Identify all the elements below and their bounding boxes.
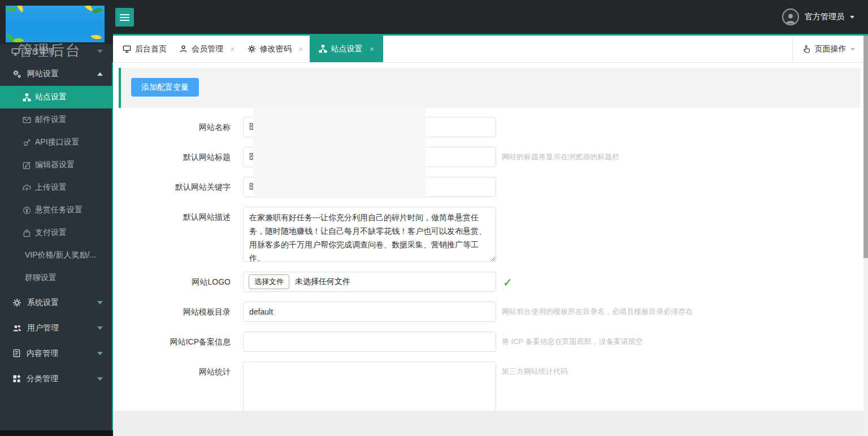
- sidebar-header-label: 后台管理: [24, 46, 54, 56]
- sidebar-item-label: 编辑器设置: [35, 160, 75, 170]
- sidebar-group-user-management[interactable]: 用户管理: [0, 315, 113, 341]
- stats-textarea[interactable]: [243, 361, 496, 416]
- no-file-text: 未选择任何文件: [295, 277, 350, 287]
- gears-icon: [12, 69, 21, 79]
- hamburger-menu-button[interactable]: [115, 8, 134, 27]
- chevron-down-icon: [97, 377, 103, 381]
- site-description-textarea[interactable]: [243, 207, 496, 262]
- sitemap-icon: [319, 45, 327, 53]
- sidebar-item-label: 上传设置: [35, 182, 67, 193]
- plug-icon: [23, 138, 31, 147]
- choose-file-button[interactable]: 选择文件: [249, 274, 289, 289]
- tab-label: 会员管理: [192, 44, 223, 54]
- sidebar-item-label: 邮件设置: [35, 115, 67, 125]
- sidebar-group-label: 系统设置: [27, 298, 59, 308]
- chevron-down-icon: [850, 48, 855, 51]
- avatar: [782, 8, 799, 25]
- chevron-up-icon: [97, 72, 103, 76]
- scrollbar-thumb[interactable]: [863, 36, 868, 258]
- redaction-overlay: [253, 104, 426, 199]
- gear-icon: [248, 45, 256, 53]
- field-label: 网站名称: [113, 117, 231, 137]
- chevron-down-icon: [850, 16, 854, 19]
- logo-file-input[interactable]: 选择文件 未选择任何文件: [243, 272, 496, 292]
- wallet-icon: [23, 229, 31, 237]
- sidebar-item-label: VIP价格/新人奖励/...: [25, 250, 96, 260]
- users-icon: [12, 324, 21, 333]
- topbar: 官方管理员: [113, 0, 868, 34]
- close-icon[interactable]: ×: [370, 44, 375, 54]
- sidebar-group-label: 用户管理: [27, 323, 59, 333]
- sidebar-item-label: 支付设置: [35, 228, 67, 238]
- yen-circle-icon: [23, 206, 31, 215]
- scrollbar[interactable]: [863, 36, 868, 436]
- tab-label: 站点设置: [331, 44, 363, 54]
- field-hint: 网站的标题将显示在浏览器的标题栏: [502, 147, 619, 167]
- chevron-down-icon: [97, 50, 103, 53]
- chevron-down-icon: [97, 352, 103, 355]
- sidebar-item-label: 站点设置: [35, 92, 67, 102]
- chevron-down-icon: [97, 326, 103, 330]
- sidebar-item-api-settings[interactable]: API接口设置: [0, 131, 113, 154]
- cloud-upload-icon: [23, 184, 31, 192]
- field-hint: 网站前台使用的模板所在目录名，必填且模板目录必须存在: [502, 302, 693, 322]
- field-label: 默认网站关键字: [113, 177, 231, 197]
- sidebar-group-category-management[interactable]: 分类管理: [0, 366, 113, 391]
- user-menu[interactable]: 官方管理员: [782, 0, 854, 34]
- sidebar-group-website-settings[interactable]: 网站设置: [0, 62, 113, 86]
- tab-home[interactable]: 后台首页: [116, 36, 173, 62]
- close-icon[interactable]: ×: [298, 44, 303, 54]
- sidebar-item-site-settings[interactable]: 站点设置: [0, 86, 113, 108]
- field-label: 网站ICP备案信息: [113, 332, 231, 352]
- page-actions-label: 页面操作: [815, 44, 847, 54]
- monitor-icon: [11, 47, 20, 56]
- sidebar-item-upload-settings[interactable]: 上传设置: [0, 176, 113, 199]
- tab-change-password[interactable]: 修改密码 ×: [241, 36, 310, 62]
- add-config-variable-button[interactable]: 添加配置变量: [131, 78, 199, 97]
- field-hint: 将 ICP 备案信息在页面底部，没备案请留空: [502, 332, 643, 352]
- logo-image: [6, 6, 105, 42]
- monitor-icon: [123, 45, 131, 53]
- tab-label: 后台首页: [135, 44, 167, 54]
- field-label: 网站模板目录: [113, 302, 231, 322]
- sidebar-item-editor-settings[interactable]: 编辑器设置: [0, 154, 113, 176]
- sidebar-item-group-chat-settings[interactable]: 群聊设置: [0, 267, 113, 289]
- sidebar-header-backend-admin[interactable]: 后台管理: [0, 44, 113, 59]
- field-label: 默认网站标题: [113, 147, 231, 167]
- tab-site-settings[interactable]: 站点设置 ×: [310, 36, 384, 62]
- toolbar-band: [119, 68, 860, 108]
- bottom-left-strip: [0, 430, 113, 436]
- sitemap-icon: [23, 93, 31, 102]
- sidebar-group-label: 分类管理: [27, 374, 58, 384]
- field-label: 默认网站描述: [113, 207, 231, 227]
- content-bottom-strip: [113, 411, 863, 436]
- field-label: 网站统计: [113, 361, 231, 382]
- main-content: 添加配置变量 网站名称 默认网站标题 网站的标题将显示在浏览器的标题栏 默认网站…: [113, 63, 863, 436]
- sidebar-group-label: 网站设置: [27, 69, 59, 79]
- sidebar-group-content-management[interactable]: 内容管理: [0, 341, 113, 366]
- sidebar-item-vip-price[interactable]: VIP价格/新人奖励/...: [0, 244, 113, 267]
- sidebar-group-label: 内容管理: [27, 348, 58, 359]
- sidebar-item-reward-task-settings[interactable]: 悬赏任务设置: [0, 199, 113, 221]
- grid-icon: [12, 374, 21, 383]
- sidebar-item-label: 悬赏任务设置: [35, 205, 83, 215]
- tabbar: 后台首页 会员管理 × 修改密码 × 站点设置 ×: [113, 36, 863, 63]
- person-icon: [179, 45, 188, 53]
- close-icon[interactable]: ×: [230, 44, 235, 54]
- icp-input[interactable]: [243, 332, 496, 352]
- tab-members[interactable]: 会员管理 ×: [173, 36, 241, 62]
- check-icon: ✓: [503, 276, 513, 289]
- user-name: 官方管理员: [805, 12, 844, 22]
- sidebar-group-system-settings[interactable]: 系统设置: [0, 290, 113, 315]
- sidebar-item-mail-settings[interactable]: 邮件设置: [0, 108, 113, 131]
- field-hint: 第三方网站统计代码: [502, 361, 568, 382]
- template-dir-input[interactable]: [243, 302, 496, 322]
- mail-icon: [23, 116, 31, 124]
- document-icon: [12, 349, 21, 357]
- sidebar: 管理后台 后台管理 网站设置: [0, 0, 113, 430]
- page-actions-dropdown[interactable]: 页面操作: [792, 36, 863, 63]
- logo-area: [0, 0, 113, 44]
- chevron-down-icon: [97, 301, 103, 304]
- sidebar-item-label: API接口设置: [35, 137, 80, 147]
- sidebar-item-payment-settings[interactable]: 支付设置: [0, 221, 113, 244]
